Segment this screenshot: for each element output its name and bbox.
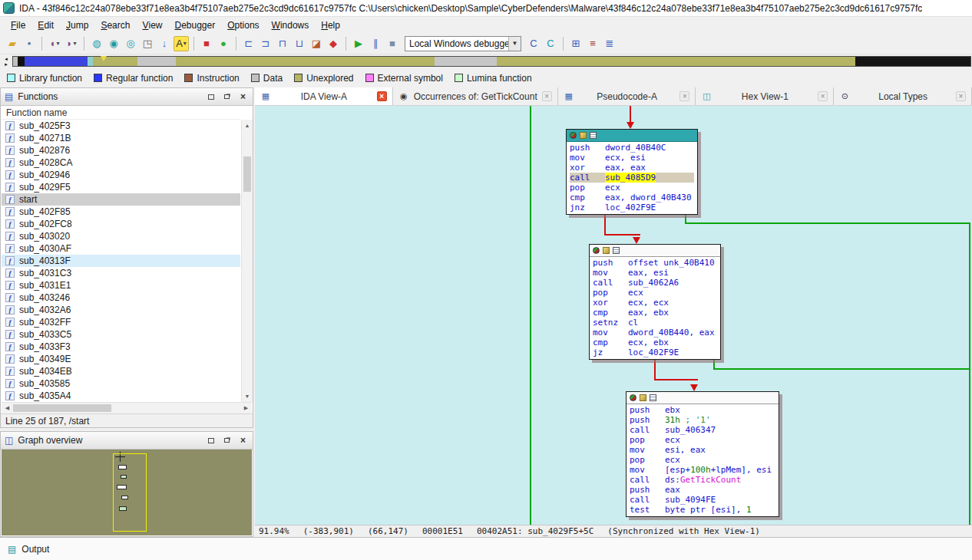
function-list-item[interactable]: fsub_4035A4 [2, 390, 240, 402]
overview-restore-button[interactable] [205, 435, 217, 446]
functions-panel-header[interactable]: ▤ Functions × [1, 88, 253, 106]
asm-line[interactable]: cmpeax, ebx [593, 308, 717, 318]
asm-line[interactable]: callsub_4094FE [630, 495, 775, 505]
tab-close-icon[interactable]: × [679, 91, 689, 101]
function-list-item[interactable]: fstart [2, 193, 240, 206]
node-color-icon[interactable] [593, 247, 600, 254]
basic-block-1[interactable]: pushdword_40B40Cmovecx, esixoreax, eaxca… [566, 129, 698, 215]
function-list-item[interactable]: fsub_403020 [2, 230, 240, 242]
asm-line[interactable]: popecx [593, 288, 717, 298]
function-list-item[interactable]: fsub_4031E1 [2, 279, 240, 292]
function-list-item[interactable]: fsub_4033F3 [2, 341, 240, 353]
stop-process-icon[interactable]: ■ [385, 36, 400, 51]
redo-history-icon[interactable]: ◗▾ [64, 36, 79, 51]
undo-history-icon[interactable]: ◖▾ [47, 36, 62, 51]
asm-line[interactable]: popecx [570, 183, 694, 193]
recent-windows-icon[interactable]: ≣ [602, 36, 617, 51]
modules-list-icon[interactable]: ⊓ [275, 36, 290, 51]
function-name-column-header[interactable]: Function name [2, 106, 240, 120]
functions-horizontal-scrollbar[interactable]: ◀ ▶ [2, 402, 252, 413]
asm-line[interactable]: movesi, eax [630, 445, 775, 455]
asm-line[interactable]: jzloc_402F9E [593, 348, 717, 357]
attach-process-icon[interactable]: C [526, 36, 541, 51]
tab-close-icon[interactable]: × [377, 91, 387, 101]
node-edit-icon[interactable] [603, 247, 610, 254]
stop-macro-icon[interactable]: ■ [199, 36, 214, 51]
asm-line[interactable]: callsub_406347 [630, 425, 775, 435]
function-list-item[interactable]: fsub_40271B [2, 132, 240, 144]
chevron-down-icon[interactable]: ▼ [508, 37, 521, 51]
band-scroll-arrows[interactable]: ◂▸ [2, 56, 11, 67]
start-process-icon[interactable]: ▶ [351, 36, 366, 51]
function-list-item[interactable]: fsub_40349E [2, 353, 240, 365]
tab-ida-view-a[interactable]: ▦IDA View-A× [255, 87, 393, 105]
delete-breakpoint-icon[interactable]: ◆ [326, 36, 341, 51]
jump-down-icon[interactable]: ↓ [157, 36, 172, 51]
tab-close-icon[interactable]: × [818, 91, 828, 101]
record-macro-icon[interactable]: ● [216, 36, 231, 51]
menu-debugger[interactable]: Debugger [168, 17, 221, 33]
function-list-item[interactable]: fsub_4033C5 [2, 328, 240, 341]
segments-icon[interactable]: ◳ [140, 36, 155, 51]
tab-close-icon[interactable]: × [956, 91, 966, 101]
asm-line[interactable]: xorecx, ecx [593, 298, 717, 308]
functions-restore-button[interactable] [205, 91, 217, 103]
function-list-item[interactable]: fsub_4030AF [2, 242, 240, 255]
function-list-item[interactable]: fsub_403585 [2, 377, 240, 390]
function-list-item[interactable]: fsub_40313F [2, 255, 240, 267]
asm-line[interactable]: setnzcl [593, 318, 717, 328]
asm-line[interactable]: callsub_4062A6 [593, 278, 717, 288]
threads-list-icon[interactable]: ⊔ [292, 36, 307, 51]
open-file-icon[interactable]: ▰ [5, 36, 20, 51]
function-list-item[interactable]: fsub_4034EB [2, 365, 240, 377]
scroll-right-icon[interactable]: ▶ [240, 403, 252, 413]
block-title-bar[interactable] [590, 245, 720, 257]
graph-overview-header[interactable]: ◫ Graph overview × [1, 432, 253, 450]
function-list-item[interactable]: fsub_403246 [2, 292, 240, 304]
node-edit-icon[interactable] [640, 394, 646, 401]
function-list-item[interactable]: fsub_4031C3 [2, 267, 240, 279]
scroll-up-icon[interactable]: ▲ [242, 120, 253, 131]
asm-line[interactable]: jnzloc_402F9E [570, 203, 694, 212]
desktop-list-icon[interactable]: ≡ [585, 36, 600, 51]
asm-line[interactable]: popecx [630, 435, 775, 445]
node-frame-icon[interactable] [613, 247, 620, 254]
functions-vertical-scrollbar[interactable]: ▲ ▼ [241, 120, 253, 402]
asm-line[interactable]: mov[esp+100h+lpMem], esi [630, 465, 775, 475]
band-right-arrow-icon[interactable]: ▸ [2, 61, 11, 67]
asm-line[interactable]: pushebx [630, 405, 775, 415]
overview-close-button[interactable]: × [237, 435, 249, 446]
node-color-icon[interactable] [630, 394, 636, 401]
graph-view[interactable]: pushdword_40B40Cmovecx, esixoreax, eaxca… [255, 106, 972, 525]
asm-line[interactable]: push31h ; '1' [630, 415, 775, 425]
functions-float-button[interactable] [221, 91, 233, 103]
overview-float-button[interactable] [221, 435, 233, 446]
jump-back-icon[interactable]: ◎ [123, 36, 138, 51]
function-list-item[interactable]: fsub_402FC8 [2, 218, 240, 230]
function-list-item[interactable]: fsub_402F85 [2, 206, 240, 218]
menu-search[interactable]: Search [94, 17, 136, 33]
asm-line[interactable]: callsub_4085D9 [570, 173, 694, 183]
asm-line[interactable]: testbyte ptr [esi], 1 [630, 505, 775, 515]
jump-name-icon[interactable]: ◉ [106, 36, 121, 51]
horizontal-scroll-thumb[interactable] [13, 404, 111, 412]
asm-line[interactable]: xoreax, eax [570, 163, 694, 173]
function-list-item[interactable]: fsub_4025F3 [2, 120, 240, 132]
node-frame-icon[interactable] [650, 394, 656, 401]
tab-local-types[interactable]: ⊙Local Types× [834, 87, 972, 105]
asm-line[interactable]: movdword_40B440, eax [593, 328, 717, 338]
function-list-item[interactable]: fsub_402946 [2, 169, 240, 181]
scroll-down-icon[interactable]: ▼ [242, 390, 253, 402]
edit-breakpoint-icon[interactable]: ◪ [309, 36, 324, 51]
menu-file[interactable]: File [5, 17, 31, 33]
function-list-item[interactable]: fsub_402876 [2, 144, 240, 156]
band-left-arrow-icon[interactable]: ◂ [2, 56, 11, 61]
node-color-icon[interactable] [570, 132, 577, 139]
menu-options[interactable]: Options [221, 17, 265, 33]
jump-address-icon[interactable]: ◍ [89, 36, 104, 51]
set-color-icon[interactable]: A▾ [174, 36, 189, 51]
basic-block-3[interactable]: pushebxpush31h ; '1'callsub_406347popecx… [626, 391, 779, 517]
block-title-bar[interactable] [627, 392, 779, 404]
asm-line[interactable]: pusheax [630, 485, 775, 495]
asm-line[interactable]: movecx, esi [570, 153, 694, 163]
